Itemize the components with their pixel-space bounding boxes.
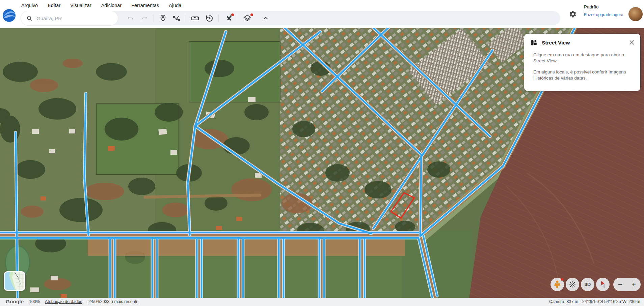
historical-imagery-icon xyxy=(206,14,213,22)
compass-icon xyxy=(598,280,607,289)
toolbar-separator xyxy=(186,14,186,22)
search-icon xyxy=(27,16,32,21)
collapse-icon xyxy=(263,15,269,21)
menu-ferramentas[interactable]: Ferramentas xyxy=(131,3,159,8)
zoom-in-button[interactable]: + xyxy=(630,278,638,291)
notification-dot xyxy=(250,13,253,16)
street-view-panel: Street View Clique em uma rua em destaqu… xyxy=(524,34,640,91)
terrain-altitude: 236 m xyxy=(628,299,640,304)
redo-icon xyxy=(140,14,148,22)
menu-ajuda[interactable]: Ajuda xyxy=(169,3,181,8)
historical-imagery-button[interactable] xyxy=(205,14,213,22)
pegman-icon xyxy=(554,280,561,288)
layers-button[interactable] xyxy=(243,14,251,22)
notification-dot xyxy=(561,278,563,281)
ruler-icon xyxy=(191,14,199,22)
earth-logo[interactable] xyxy=(2,9,16,22)
measure-button[interactable] xyxy=(191,14,199,22)
street-view-instruction: Clique em uma rua em destaque para abrir… xyxy=(533,52,634,64)
menu-editar[interactable]: Editar xyxy=(48,3,60,8)
placemark-icon xyxy=(159,14,167,22)
undo-icon xyxy=(127,14,134,22)
status-bar: Google 100% Atribuição de dados 24/04/20… xyxy=(0,298,644,306)
sun-toggle-icon xyxy=(569,281,576,288)
toolbar xyxy=(21,11,560,25)
street-view-logo-icon xyxy=(530,39,537,46)
upgrade-link[interactable]: Fazer upgrade agora xyxy=(584,12,623,17)
cursor-coordinates: 24°05'59"S 54°16'25"W xyxy=(582,299,626,304)
close-icon[interactable] xyxy=(628,39,635,46)
overview-minimap[interactable] xyxy=(4,271,25,291)
drawing-tools-button[interactable] xyxy=(224,14,233,22)
notification-dot xyxy=(231,13,234,16)
app-header: Arquivo Editar Visualizar Adicionar Ferr… xyxy=(0,0,644,28)
collapse-toolbar-button[interactable] xyxy=(262,14,270,22)
redo-button[interactable] xyxy=(140,14,148,22)
view-3d-button[interactable]: 3D xyxy=(581,278,594,291)
search-box[interactable] xyxy=(21,11,118,25)
toolbar-separator xyxy=(218,14,219,22)
imagery-date: 24/04/2023 à mais recente xyxy=(88,299,138,304)
toolbar-separator xyxy=(237,14,237,22)
street-view-historical-note: Em alguns locais, é possível conferir Im… xyxy=(533,69,634,81)
menu-adicionar[interactable]: Adicionar xyxy=(101,3,122,8)
undo-button[interactable] xyxy=(127,14,135,22)
camera-altitude: Câmera: 837 m xyxy=(549,299,578,304)
street-view-panel-title: Street View xyxy=(542,40,570,46)
search-input[interactable] xyxy=(36,16,111,21)
avatar[interactable] xyxy=(628,7,643,21)
menu-arquivo[interactable]: Arquivo xyxy=(21,3,38,8)
settings-gear-icon[interactable] xyxy=(569,10,577,18)
zoom-percent: 100% xyxy=(29,299,40,304)
sun-toggle-button[interactable] xyxy=(566,278,579,291)
pegman-button[interactable] xyxy=(551,278,564,291)
add-placemark-button[interactable] xyxy=(159,14,167,22)
plan-label: Padrão xyxy=(584,4,599,9)
google-logo: Google xyxy=(6,299,24,304)
data-attribution-link[interactable]: Atribuição de dados xyxy=(45,299,82,304)
toolbar-separator xyxy=(154,14,154,22)
zoom-control: − + xyxy=(613,278,641,291)
path-icon xyxy=(173,14,180,22)
menu-bar: Arquivo Editar Visualizar Adicionar Ferr… xyxy=(21,1,181,9)
menu-visualizar[interactable]: Visualizar xyxy=(70,3,91,8)
compass[interactable] xyxy=(596,278,610,291)
view-3d-label: 3D xyxy=(585,282,591,287)
zoom-out-button[interactable]: − xyxy=(616,278,624,291)
draw-path-button[interactable] xyxy=(172,14,181,22)
